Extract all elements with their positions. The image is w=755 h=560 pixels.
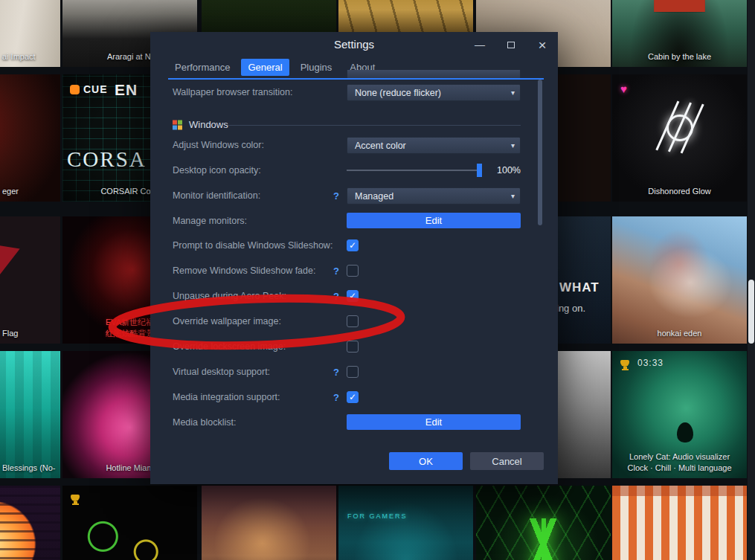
wallpaper-tile-razer[interactable] xyxy=(476,486,611,560)
help-icon[interactable]: ? xyxy=(333,190,339,202)
opacity-slider-thumb[interactable] xyxy=(477,164,482,177)
dropdown-value: None (reduce flicker) xyxy=(355,88,441,98)
wallpaper-transition-dropdown[interactable]: None (reduce flicker) ▾ xyxy=(347,84,521,101)
setting-row-virtual-desktop-support: Virtual desktop support: ? xyxy=(150,363,558,381)
app-scrollbar[interactable] xyxy=(748,0,755,560)
prompt-disable-slideshow-checkbox[interactable] xyxy=(347,239,359,251)
wallpaper-tile-honkai-eden[interactable]: honkai eden xyxy=(612,216,747,344)
wallpaper-title: Blessings (No- xyxy=(0,463,60,474)
wallpaper-tile-blessings[interactable]: Blessings (No- xyxy=(0,351,60,478)
wallpaper-tile-flag[interactable]: Flag xyxy=(0,216,60,344)
wallpaper-title: eger xyxy=(0,186,60,197)
wallpaper-tile-genshin-impact[interactable]: ai Impact xyxy=(0,0,60,67)
adjust-windows-color-dropdown[interactable]: Accent color ▾ xyxy=(347,137,521,154)
setting-label: Media blocklist: xyxy=(173,413,236,431)
setting-row-unpause-aero-peek: Unpause during Aero Peek: ? xyxy=(150,287,558,305)
setting-row-prompt-disable-slideshow: Prompt to disable Windows Slideshow: xyxy=(150,236,558,254)
setting-label: Virtual desktop support: xyxy=(173,363,270,381)
wallpaper-tile-synthwave-sun[interactable] xyxy=(0,486,60,560)
windows-logo-icon xyxy=(173,120,182,130)
wallpaper-title: Flag xyxy=(0,328,60,339)
remove-slideshow-fade-checkbox[interactable] xyxy=(347,265,359,277)
setting-label: Wallpaper browser transition: xyxy=(173,83,292,101)
outsider-mark-icon xyxy=(654,102,706,154)
cancel-button[interactable]: Cancel xyxy=(470,452,544,470)
wallpaper-tile-neon-scribbles[interactable] xyxy=(62,486,197,560)
help-icon[interactable]: ? xyxy=(333,291,339,302)
setting-label: Desktop icon opacity: xyxy=(173,161,261,179)
whats-going-on-overlay-text: ing on. xyxy=(556,303,585,314)
setting-label: Adjust Windows color: xyxy=(173,136,264,154)
setting-row-wallpaper-browser-transition: Wallpaper browser transition: None (redu… xyxy=(150,83,558,101)
dialog-scrollbar[interactable] xyxy=(538,78,542,474)
dialog-footer: OK Cancel xyxy=(150,452,558,470)
setting-row-override-lockscreen-image: Override lockscreen image: xyxy=(150,338,558,355)
help-icon[interactable]: ? xyxy=(333,392,339,403)
manage-monitors-edit-button[interactable]: Edit xyxy=(347,213,521,228)
chevron-down-icon: ▾ xyxy=(511,141,515,149)
tab-underline xyxy=(168,78,544,80)
dialog-scrollbar-thumb[interactable] xyxy=(538,80,542,225)
setting-label: Override lockscreen image: xyxy=(173,338,286,355)
setting-label: Remove Windows Slideshow fade: xyxy=(173,262,315,280)
corsair-collection-overlay-text: EN xyxy=(115,81,138,99)
gamer-room-overlay-text: FOR GAMERS xyxy=(347,512,408,520)
virtual-desktop-support-checkbox[interactable] xyxy=(347,366,359,378)
setting-row-adjust-windows-color: Adjust Windows color: Accent color ▾ xyxy=(150,136,558,154)
wallpaper-tile-lonely-cat[interactable]: 03:33Lonely Cat: Audio visualizerClock ·… xyxy=(612,351,747,478)
chevron-down-icon: ▾ xyxy=(511,88,515,97)
razer-logo-icon xyxy=(521,518,566,560)
wallpaper-title: ai Impact xyxy=(0,51,60,62)
heart-icon: ♥ xyxy=(620,83,627,94)
whats-going-on-overlay-text: WHAT xyxy=(559,280,600,295)
setting-row-manage-monitors: Manage monitors: Edit xyxy=(150,212,558,230)
setting-label: Prompt to disable Windows Slideshow: xyxy=(173,236,332,254)
wallpaper-tile-dishonored-glow[interactable]: ♥Dishonored Glow xyxy=(612,74,747,202)
settings-dialog: Settings — × Performance General Plugins… xyxy=(150,32,558,484)
dialog-titlebar[interactable]: Settings — × xyxy=(150,32,558,57)
setting-label: Manage monitors: xyxy=(173,212,247,230)
setting-label: Media integration support: xyxy=(173,388,280,406)
close-button[interactable]: × xyxy=(536,38,548,52)
section-row-windows: Windows xyxy=(150,116,558,134)
setting-label: Override wallpaper image: xyxy=(173,312,281,330)
override-wallpaper-image-checkbox[interactable] xyxy=(347,315,359,327)
ok-button[interactable]: OK xyxy=(389,452,463,470)
setting-label: Unpause during Aero Peek: xyxy=(173,287,286,305)
unpause-aero-peek-checkbox[interactable] xyxy=(347,290,359,302)
corsair-collection-overlay-text: CUE xyxy=(70,83,108,95)
setting-label: Monitor identification: xyxy=(173,187,260,205)
corsair-collection-overlay-text: CORSA xyxy=(67,147,147,172)
setting-row-override-wallpaper-image: Override wallpaper image: xyxy=(150,312,558,330)
section-divider xyxy=(228,125,521,126)
media-integration-support-checkbox[interactable] xyxy=(347,391,359,403)
setting-row-desktop-icon-opacity: Desktop icon opacity: 100% xyxy=(150,161,558,179)
setting-row-remove-slideshow-fade: Remove Windows Slideshow fade: ? xyxy=(150,262,558,280)
dropdown-value: Managed xyxy=(355,191,393,202)
maximize-button[interactable] xyxy=(505,39,517,50)
wallpaper-title: Lonely Cat: Audio visualizerClock · Chil… xyxy=(612,451,747,474)
wallpaper-tile-orange-stripes[interactable] xyxy=(612,486,747,560)
media-blocklist-edit-button[interactable]: Edit xyxy=(347,414,521,430)
setting-row-media-integration-support: Media integration support: ? xyxy=(150,388,558,406)
wallpaper-tile-lofi-room[interactable] xyxy=(202,486,336,560)
opacity-value: 100% xyxy=(497,165,521,176)
wallpaper-title: Cabin by the lake xyxy=(612,51,747,62)
setting-row-monitor-identification: Monitor identification: ? Managed ▾ xyxy=(150,187,558,205)
wallpaper-tile-red-character[interactable]: eger xyxy=(0,74,60,202)
window-controls: — × xyxy=(474,32,548,57)
opacity-slider-track[interactable] xyxy=(347,170,482,171)
setting-row-media-blocklist: Media blocklist: Edit xyxy=(150,413,558,431)
minimize-button[interactable]: — xyxy=(474,39,486,50)
maximize-icon xyxy=(507,42,515,48)
help-icon[interactable]: ? xyxy=(333,265,339,277)
monitor-identification-dropdown[interactable]: Managed ▾ xyxy=(347,187,521,205)
trophy-icon xyxy=(620,360,629,367)
wallpaper-title: honkai eden xyxy=(612,328,747,339)
trophy-icon xyxy=(71,495,80,501)
help-icon[interactable]: ? xyxy=(333,367,339,378)
app-scrollbar-thumb[interactable] xyxy=(748,280,754,344)
wallpaper-tile-cabin-by-the-lake[interactable]: Cabin by the lake xyxy=(612,0,747,67)
wallpaper-tile-gamer-room[interactable]: FOR GAMERS xyxy=(338,486,473,560)
override-lockscreen-image-checkbox[interactable] xyxy=(347,341,359,353)
